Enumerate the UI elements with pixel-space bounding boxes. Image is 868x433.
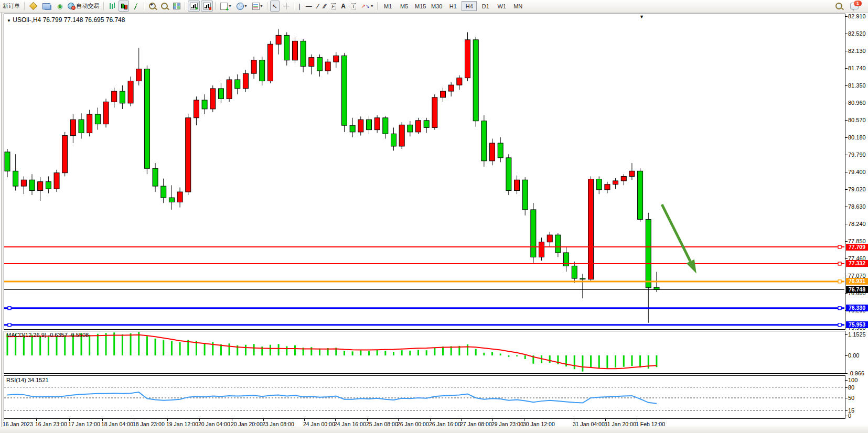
price-axis-tick: 78.240 [848,221,866,227]
zoom-out-icon: - [161,3,168,9]
tile-windows-icon [173,3,180,9]
text-icon: A [341,3,346,9]
text-label-tool-button[interactable]: T [349,1,358,12]
hline-price-badge: 76.931 [846,278,868,285]
crosshair-icon [283,3,290,9]
price-axis-tick: 79.790 [848,151,866,158]
search-button[interactable] [833,1,844,12]
dropdown-arrow-icon: ▾ [229,4,231,8]
horizontal-line[interactable] [4,245,844,248]
price-axis-tick: 81.350 [848,82,866,89]
rsi-axis-tick: 50 [848,395,854,401]
notifications-button[interactable]: 1 [848,1,861,12]
macd-label: MACD(12,26,9) -0.6357 -0.5508 [6,332,89,338]
horizontal-line-icon: — [306,3,312,9]
line-handle[interactable] [838,280,841,283]
notification-count-badge: 1 [854,1,862,6]
timeframe-button-M5[interactable]: M5 [397,1,412,11]
timeframe-button-M30[interactable]: M30 [429,1,444,11]
new-order-label: 新订单 [3,2,20,10]
indicators-icon [220,3,228,10]
indicators-button[interactable]: ▾ [218,1,233,12]
price-axis-tick: 82.520 [848,30,866,37]
timeframe-button-W1[interactable]: W1 [494,1,509,11]
trendline-icon: ∕ [317,3,318,9]
text-label-icon: T [351,3,356,9]
cursor-tool-button[interactable]: ↖ [270,1,280,12]
search-icon [835,3,842,9]
timeframe-button-H4[interactable]: H4 [462,1,477,11]
chart-shift-marker-icon[interactable]: ▼ [639,15,644,19]
rsi-label: RSI(14) 34.1521 [6,377,49,383]
line-handle[interactable] [838,245,841,248]
horizontal-line[interactable] [4,323,844,327]
trendline-tool-button[interactable]: ∕ [315,1,320,12]
timeframe-button-M15[interactable]: M15 [413,1,428,11]
toolbar-separator [144,2,145,10]
window-left-edge [1,13,3,427]
price-axis-tick: 82.910 [848,13,866,19]
bar-chart-icon [109,3,115,9]
chart-symbol-period: USOil-,H4 [13,16,41,24]
auto-scroll-button[interactable] [188,1,200,12]
fibonacci-tool-button[interactable]: F [329,1,338,12]
timeframe-button-MN[interactable]: MN [510,1,526,11]
channel-tool-button[interactable]: ∕∕ [322,1,328,12]
zoom-in-button[interactable]: + [147,1,158,12]
candles-layer [5,29,659,323]
arrows-tool-button[interactable]: ↗ ↘ ▾ [359,1,375,12]
price-axis-tick: 80.960 [848,100,866,106]
zoom-out-button[interactable]: - [159,1,170,12]
toolbar-separator [24,2,25,10]
vertical-line-icon: | [299,3,301,9]
horizontal-line[interactable] [4,280,844,283]
line-chart-mode-button[interactable] [130,1,142,12]
hline-price-badge: 77.332 [846,260,868,267]
price-chart-canvas [4,14,845,329]
timeframe-button-M1[interactable]: M1 [380,1,395,11]
price-axis-tick: 80.570 [848,117,866,123]
line-handle[interactable] [838,307,841,310]
line-handle[interactable] [838,262,841,265]
bar-chart-mode-button[interactable] [106,1,117,12]
price-axis-tick: 81.740 [848,65,866,71]
collapse-triangle-icon[interactable]: ▼ [7,18,11,23]
text-tool-button[interactable]: A [339,1,348,12]
horizontal-line-tool-button[interactable]: — [304,1,314,12]
horizontal-line[interactable] [4,262,844,265]
vertical-line-tool-button[interactable]: | [297,1,303,12]
horizontal-line[interactable] [4,307,844,310]
chart-shift-icon [203,3,211,9]
price-axis-tick: 79.400 [848,169,866,175]
tile-windows-button[interactable] [171,1,183,12]
timeframe-button-D1[interactable]: D1 [478,1,493,11]
zoom-in-icon: + [149,3,156,9]
open-charts-button[interactable] [40,1,54,12]
template-icon [252,3,260,10]
templates-button[interactable]: ▾ [250,1,265,12]
auto-scroll-icon [190,3,198,9]
line-handle[interactable] [838,323,841,327]
macd-axis-tick: 1.1525 [848,331,866,338]
line-handle[interactable] [8,307,11,310]
crosshair-tool-button[interactable] [281,1,292,12]
arrow-up-icon: ↗ [361,4,365,9]
mql-market-button[interactable] [27,1,39,12]
candlestick-mode-button[interactable] [119,1,129,12]
toolbar-separator [267,2,268,10]
equidistant-channel-icon: ∕∕ [324,3,326,9]
new-order-button[interactable]: 新订单 [1,1,22,12]
line-handle[interactable] [8,323,11,327]
trading-terminal-window: 新订单 ◉ 自动交易 + - ▾ ▾ ▾ ↖ | — ∕ ∕∕ [0,0,868,433]
auto-trading-label: 自动交易 [76,2,99,10]
periods-button[interactable]: ▾ [234,1,249,12]
auto-trading-button[interactable]: 自动交易 [66,1,101,12]
chart-shift-button[interactable] [201,1,213,12]
chat-bubble-icon: 1 [850,3,859,9]
toolbar-separator [377,2,378,10]
hline-price-badge: 75.953 [846,321,868,328]
timeframe-button-H1[interactable]: H1 [445,1,460,11]
price-axis-tick: 80.180 [848,134,866,140]
timeframe-button-group: M1M5M15M30H1H4D1W1MN [380,1,526,11]
signals-button[interactable]: ◉ [55,1,65,12]
